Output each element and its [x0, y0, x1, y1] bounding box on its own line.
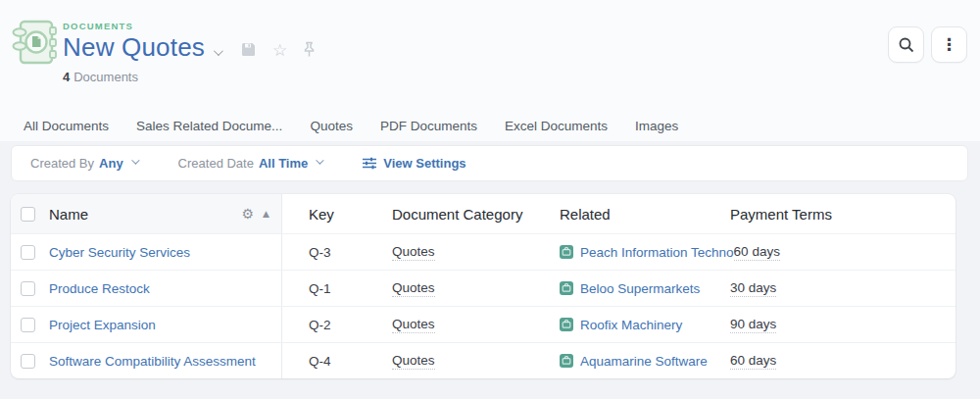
document-tabs: All Documents Sales Related Docume... Qu…: [24, 119, 678, 133]
search-icon: [898, 36, 915, 54]
category-cell[interactable]: Quotes: [392, 353, 435, 370]
sliders-icon: [363, 157, 376, 170]
breadcrumb: DOCUMENTS: [63, 21, 316, 31]
related-org-link[interactable]: Beloo Supermarkets: [580, 281, 700, 296]
kebab-menu-icon: ⋮: [941, 36, 957, 53]
tab-quotes[interactable]: Quotes: [310, 119, 353, 133]
filter-created-date-label: Created Date: [178, 156, 254, 171]
key-cell: Q-2: [282, 307, 392, 342]
tab-sales-related-documents[interactable]: Sales Related Docume...: [136, 119, 282, 133]
document-name-link[interactable]: Cyber Security Services: [49, 245, 190, 260]
column-header-key: Key: [282, 194, 392, 233]
payment-terms-cell[interactable]: 60 days: [734, 244, 780, 261]
documents-table: Name ⚙ ▲ Key Document Category Related P…: [11, 194, 956, 378]
column-header-category: Document Category: [392, 194, 560, 233]
category-cell[interactable]: Quotes: [392, 280, 435, 297]
select-all-checkbox[interactable]: [21, 207, 35, 222]
more-menu-button[interactable]: ⋮: [931, 26, 967, 63]
filter-created-by-label: Created By: [30, 156, 94, 171]
row-checkbox[interactable]: [21, 245, 35, 260]
tab-images[interactable]: Images: [635, 119, 678, 133]
tab-all-documents[interactable]: All Documents: [24, 119, 109, 133]
document-count-number: 4: [63, 70, 70, 84]
title-block: DOCUMENTS New Quotes ☆: [63, 21, 316, 84]
documents-book-icon: [9, 15, 60, 74]
organization-icon: [560, 281, 573, 295]
related-org-link[interactable]: Roofix Machinery: [580, 318, 682, 332]
column-header-terms: Payment Terms: [730, 194, 956, 233]
tab-excel-documents[interactable]: Excel Documents: [505, 119, 608, 133]
search-button[interactable]: [888, 26, 924, 63]
content-area: Created By Any Created Date All Time Vie…: [0, 145, 980, 399]
chevron-down-icon: [316, 156, 323, 164]
column-settings-gear-icon[interactable]: ⚙: [242, 207, 255, 221]
column-header-name: Name: [49, 206, 88, 223]
filter-created-by[interactable]: Created By Any: [30, 156, 137, 171]
view-settings-button[interactable]: View Settings: [363, 156, 466, 171]
payment-terms-cell[interactable]: 90 days: [730, 317, 776, 333]
header-actions: ⋮: [888, 26, 967, 63]
filter-created-date-value: All Time: [259, 156, 308, 171]
related-org-link[interactable]: Peach Information Techno: [580, 245, 734, 260]
column-header-related: Related: [560, 194, 730, 233]
organization-icon: [560, 245, 573, 259]
document-count-label: Documents: [74, 70, 138, 84]
view-settings-label: View Settings: [383, 156, 466, 171]
document-name-link[interactable]: Software Compatibility Assessment: [49, 354, 256, 369]
document-name-link[interactable]: Project Expansion: [49, 318, 156, 332]
table-row[interactable]: Project Expansion Q-2 Quotes Roofix Mach…: [11, 306, 956, 342]
key-cell: Q-4: [282, 343, 392, 378]
organization-icon: [560, 318, 573, 331]
table-header-row: Name ⚙ ▲ Key Document Category Related P…: [11, 194, 956, 233]
table-row[interactable]: Cyber Security Services Q-3 Quotes Peach…: [11, 233, 956, 270]
organization-icon: [560, 354, 573, 368]
row-checkbox[interactable]: [21, 354, 35, 369]
document-name-link[interactable]: Produce Restock: [49, 281, 150, 296]
table-row[interactable]: Produce Restock Q-1 Quotes Beloo Superma…: [11, 270, 956, 306]
filter-created-by-value: Any: [99, 156, 123, 171]
document-count: 4Documents: [63, 70, 316, 84]
row-checkbox[interactable]: [21, 318, 35, 332]
tab-pdf-documents[interactable]: PDF Documents: [380, 119, 477, 133]
category-cell[interactable]: Quotes: [392, 317, 435, 333]
payment-terms-cell[interactable]: 30 days: [730, 280, 776, 297]
category-cell[interactable]: Quotes: [392, 244, 435, 261]
related-org-link[interactable]: Aquamarine Software: [580, 354, 708, 369]
page-header: DOCUMENTS New Quotes ☆: [0, 0, 980, 141]
chevron-down-icon: [131, 156, 139, 164]
key-cell: Q-3: [282, 234, 392, 270]
filter-bar: Created By Any Created Date All Time Vie…: [11, 145, 968, 181]
pin-icon[interactable]: [303, 41, 316, 58]
page-title: New Quotes: [63, 32, 205, 63]
table-row[interactable]: Software Compatibility Assessment Q-4 Qu…: [11, 342, 956, 378]
row-checkbox[interactable]: [21, 281, 35, 296]
payment-terms-cell[interactable]: 60 days: [730, 353, 776, 370]
key-cell: Q-1: [282, 271, 392, 306]
save-view-icon[interactable]: [240, 41, 257, 58]
filter-created-date[interactable]: Created Date All Time: [178, 156, 322, 171]
title-dropdown-chevron-icon[interactable]: [214, 42, 220, 60]
sort-ascending-icon[interactable]: ▲: [263, 210, 270, 219]
